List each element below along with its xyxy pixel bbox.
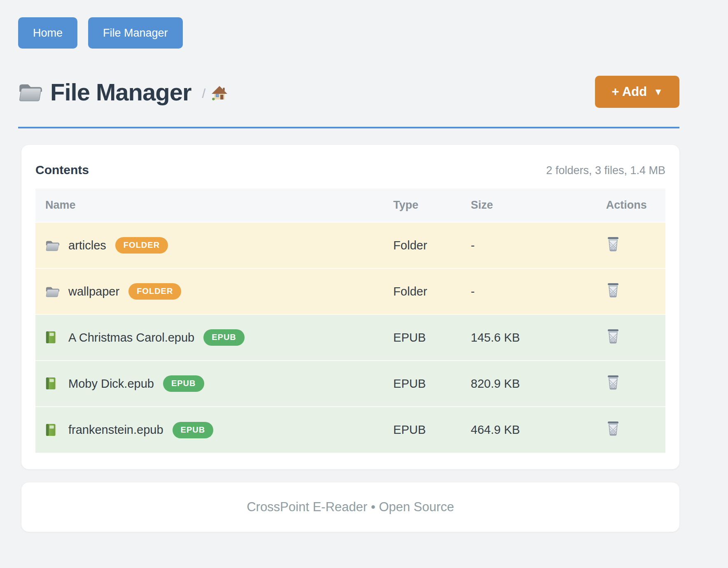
file-name[interactable]: articles (68, 239, 106, 252)
trash-icon (606, 282, 620, 298)
file-size: 820.9 KB (461, 361, 596, 407)
page-title: File Manager (50, 78, 191, 106)
column-header-size: Size (461, 189, 596, 222)
book-icon (45, 331, 57, 344)
contents-summary: 2 folders, 3 files, 1.4 MB (546, 164, 665, 177)
file-name[interactable]: Moby Dick.epub (68, 377, 154, 391)
folder-icon (45, 239, 59, 252)
delete-button[interactable] (606, 421, 620, 436)
add-button-label: + Add (611, 84, 647, 99)
table-body: articles FOLDER Folder - (35, 222, 665, 453)
type-badge: FOLDER (115, 237, 168, 254)
home-button[interactable]: Home (18, 17, 77, 49)
folder-icon (18, 81, 42, 102)
table-header-row: Name Type Size Actions (35, 189, 665, 222)
file-type: EPUB (383, 407, 461, 453)
type-badge: EPUB (203, 329, 245, 346)
trash-icon (606, 328, 620, 344)
folder-icon (45, 239, 59, 252)
book-icon (45, 331, 59, 344)
file-type: EPUB (383, 314, 461, 361)
delete-button[interactable] (606, 375, 620, 390)
type-badge: EPUB (163, 375, 204, 392)
file-name[interactable]: A Christmas Carol.epub (68, 331, 194, 345)
type-badge: EPUB (173, 422, 214, 438)
page: Home File Manager File Manager / + Add ▼ (18, 0, 679, 532)
contents-table: Name Type Size Actions articles FOLDER (35, 189, 665, 453)
file-size: - (461, 222, 596, 268)
contents-card: Contents 2 folders, 3 files, 1.4 MB Name… (21, 145, 679, 469)
delete-button[interactable] (606, 328, 620, 344)
top-nav: Home File Manager (18, 0, 679, 49)
table-row[interactable]: Moby Dick.epub EPUB EPUB 820.9 KB (35, 361, 665, 407)
book-icon (45, 377, 57, 390)
delete-button[interactable] (606, 236, 620, 252)
trash-icon (606, 421, 620, 436)
book-icon (45, 424, 59, 437)
trash-icon (606, 236, 620, 252)
file-manager-button[interactable]: File Manager (88, 17, 183, 49)
title-folder-icon (18, 81, 42, 102)
file-size: 464.9 KB (461, 407, 596, 453)
table-row[interactable]: wallpaper FOLDER Folder - (35, 268, 665, 314)
file-name[interactable]: frankenstein.epub (68, 423, 163, 437)
file-type: Folder (383, 268, 461, 314)
home-icon (211, 86, 228, 101)
column-header-type: Type (383, 189, 461, 222)
file-size: 145.6 KB (461, 314, 596, 361)
folder-icon (45, 285, 59, 298)
footer-card: CrossPoint E-Reader • Open Source (21, 482, 679, 532)
contents-card-header: Contents 2 folders, 3 files, 1.4 MB (35, 163, 665, 177)
add-button[interactable]: + Add ▼ (595, 76, 679, 108)
column-header-name: Name (35, 189, 383, 222)
table-row[interactable]: frankenstein.epub EPUB EPUB 464.9 KB (35, 407, 665, 453)
file-type: Folder (383, 222, 461, 268)
page-header: File Manager / + Add ▼ (18, 76, 679, 128)
column-header-actions: Actions (596, 189, 665, 222)
table-row[interactable]: A Christmas Carol.epub EPUB EPUB 145.6 K… (35, 314, 665, 361)
file-type: EPUB (383, 361, 461, 407)
book-icon (45, 424, 57, 437)
file-name[interactable]: wallpaper (68, 285, 119, 298)
breadcrumb-separator: / (202, 86, 206, 101)
book-icon (45, 377, 59, 390)
contents-title: Contents (35, 163, 89, 177)
table-row[interactable]: articles FOLDER Folder - (35, 222, 665, 268)
footer-text: CrossPoint E-Reader • Open Source (247, 500, 454, 514)
trash-icon (606, 375, 620, 390)
breadcrumb-home-icon[interactable] (211, 86, 228, 101)
type-badge: FOLDER (128, 283, 181, 300)
file-size: - (461, 268, 596, 314)
delete-button[interactable] (606, 282, 620, 298)
folder-icon (45, 285, 59, 298)
chevron-down-icon: ▼ (653, 86, 663, 98)
